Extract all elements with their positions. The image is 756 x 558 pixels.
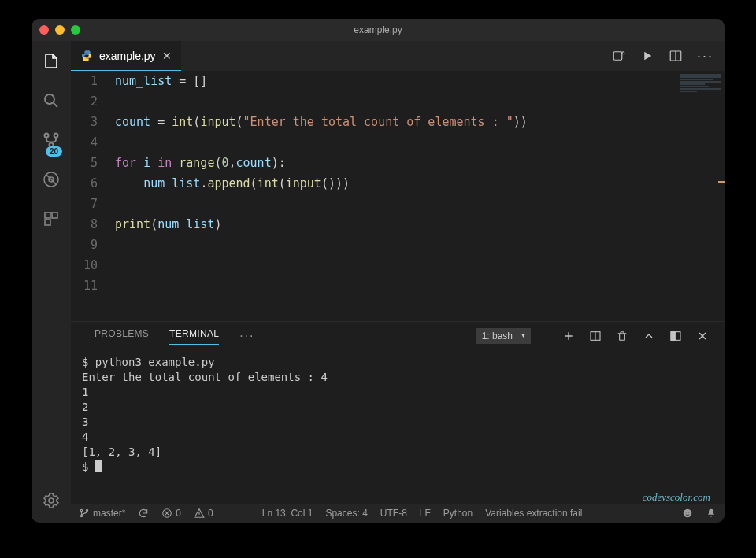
terminal-line: 4 [82, 431, 88, 443]
titlebar: example.py [32, 19, 724, 41]
maximize-window-button[interactable] [71, 25, 80, 35]
tab-filename: example.py [99, 50, 156, 62]
svg-rect-15 [671, 332, 675, 341]
maximize-panel-icon[interactable] [643, 330, 655, 342]
terminal-line: 2 [82, 401, 88, 413]
svg-rect-8 [45, 220, 50, 225]
svg-point-20 [684, 509, 692, 518]
svg-rect-6 [45, 212, 50, 218]
panel-tab-terminal[interactable]: TERMINAL [169, 328, 219, 345]
watermark-text: codevscolor.com [643, 491, 710, 504]
panel-tab-bar: PROBLEMS TERMINAL ··· 1: bash [71, 322, 724, 350]
svg-point-11 [622, 52, 624, 54]
explorer-icon[interactable] [40, 50, 62, 72]
new-terminal-icon[interactable] [562, 330, 575, 342]
extensions-icon[interactable] [40, 208, 62, 230]
split-editor-icon[interactable] [669, 49, 683, 63]
debug-icon[interactable] [40, 168, 62, 190]
terminal-cursor [95, 460, 102, 472]
editor-area: 1num_list = [] 2 3count = int(input("Ent… [71, 71, 724, 321]
status-cursor-pos[interactable]: Ln 13, Col 1 [262, 508, 313, 519]
split-terminal-icon[interactable] [589, 330, 602, 342]
panel-tab-problems[interactable]: PROBLEMS [94, 328, 149, 345]
minimize-window-button[interactable] [55, 25, 65, 35]
code-editor[interactable]: 1num_list = [] 2 3count = int(input("Ent… [71, 71, 677, 321]
svg-point-22 [688, 512, 689, 512]
status-indent[interactable]: Spaces: 4 [325, 508, 367, 519]
terminal-line: Enter the total count of elements : 4 [82, 371, 328, 383]
status-feedback-icon[interactable] [682, 508, 693, 519]
python-file-icon [80, 50, 93, 62]
status-bar: master* 0 0 Ln 13, Col 1 Spaces: 4 UTF-8… [71, 504, 724, 523]
terminal-line: [1, 2, 3, 4] [82, 445, 161, 458]
svg-point-1 [45, 134, 49, 138]
close-tab-icon[interactable]: ✕ [162, 50, 172, 62]
terminal-line: $ python3 example.py [82, 356, 215, 368]
run-cell-icon[interactable] [612, 49, 626, 63]
status-eol[interactable]: LF [420, 508, 431, 519]
status-warnings[interactable]: 0 [194, 508, 213, 519]
run-icon[interactable] [640, 49, 654, 63]
svg-point-9 [49, 498, 54, 503]
terminal-line: $ [82, 460, 95, 473]
editor-actions: ··· [601, 41, 724, 71]
overview-marker [718, 181, 724, 183]
terminal-selector[interactable]: 1: bash [476, 328, 531, 344]
svg-point-17 [80, 515, 82, 516]
svg-point-18 [86, 509, 87, 511]
editor-window: example.py 20 [32, 19, 724, 523]
svg-point-16 [80, 509, 82, 511]
search-icon[interactable] [40, 90, 62, 112]
kill-terminal-icon[interactable] [616, 330, 628, 342]
tab-example-py[interactable]: example.py ✕ [71, 41, 181, 71]
main-area: example.py ✕ ··· [71, 41, 724, 523]
panel-more-icon[interactable]: ··· [239, 329, 254, 343]
settings-gear-icon[interactable] [40, 490, 62, 512]
svg-point-0 [45, 94, 54, 104]
minimap[interactable] [677, 71, 724, 321]
window-title: example.py [354, 24, 402, 35]
status-extra[interactable]: Variables extraction fail [485, 508, 582, 519]
status-encoding[interactable]: UTF-8 [380, 508, 407, 519]
svg-rect-10 [613, 52, 622, 61]
activity-bar: 20 [32, 41, 71, 523]
svg-point-21 [686, 512, 687, 512]
status-sync-icon[interactable] [138, 508, 149, 519]
close-window-button[interactable] [39, 25, 49, 35]
svg-point-2 [54, 134, 58, 138]
editor-tab-bar: example.py ✕ ··· [71, 41, 724, 71]
close-panel-icon[interactable] [696, 330, 709, 342]
status-language[interactable]: Python [443, 508, 472, 519]
terminal-line: 3 [82, 416, 88, 428]
bottom-panel: PROBLEMS TERMINAL ··· 1: bash $ python3 … [71, 321, 724, 504]
more-actions-icon[interactable]: ··· [697, 48, 713, 65]
svg-rect-7 [52, 212, 57, 218]
source-control-badge: 20 [46, 146, 62, 157]
terminal-line: 1 [82, 386, 88, 398]
terminal-output[interactable]: $ python3 example.py Enter the total cou… [71, 350, 724, 504]
status-errors[interactable]: 0 [161, 508, 181, 519]
toggle-panel-icon[interactable] [669, 330, 682, 342]
status-branch[interactable]: master* [79, 508, 125, 519]
status-bell-icon[interactable] [706, 508, 717, 519]
